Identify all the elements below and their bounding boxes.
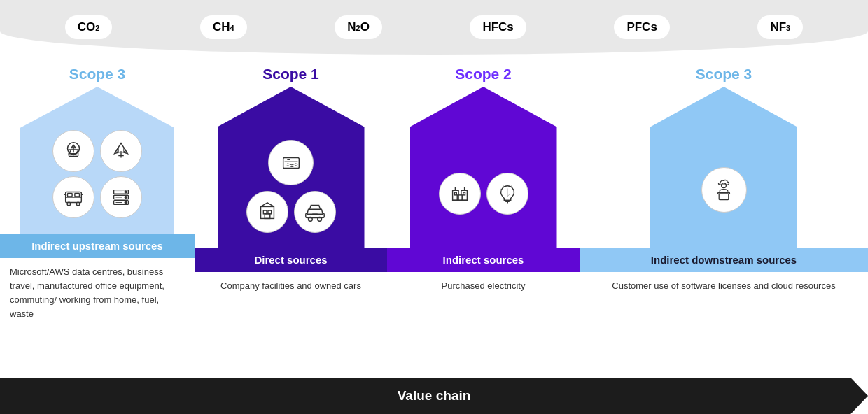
svg-rect-5 <box>68 193 73 197</box>
scope2-arrow <box>410 87 557 248</box>
car-icon <box>294 191 336 233</box>
co2-badge: CO2 <box>65 15 113 39</box>
server-icon <box>100 176 142 218</box>
svg-point-27 <box>722 183 727 187</box>
svg-rect-26 <box>457 194 463 200</box>
ch4-badge: CH4 <box>200 15 247 39</box>
scope3-left-title: Scope 3 <box>0 55 195 87</box>
cloud-computer-icon <box>701 167 747 213</box>
svg-rect-24 <box>454 192 456 195</box>
nf3-badge: NF3 <box>757 15 803 39</box>
svg-rect-18 <box>305 213 323 218</box>
scope3-right-col: Scope 3 <box>580 55 868 378</box>
scope2-desc: Purchased electricity <box>432 272 536 300</box>
hfcs-badge: HFCs <box>470 15 526 39</box>
lightbulb-icon <box>486 173 528 215</box>
scope1-arrow <box>218 87 365 248</box>
scope3-right-label: Indirect downstream sources <box>580 248 868 272</box>
scope3-left-desc: Microsoft/AWS data centres, business tra… <box>0 258 195 329</box>
scope3-right-desc: Customer use of software licenses and cl… <box>602 272 845 300</box>
bus-icon <box>52 176 94 218</box>
value-chain-banner: Value chain <box>0 378 868 414</box>
scope3-left-arrow <box>20 87 174 234</box>
scope2-col: Scope 2 <box>387 55 580 378</box>
value-chain-label: Value chain <box>398 388 471 404</box>
n2o-badge: N2O <box>335 15 382 39</box>
scope2-title: Scope 2 <box>455 55 512 87</box>
svg-rect-6 <box>75 193 80 197</box>
scope1-title: Scope 1 <box>262 55 319 87</box>
scope3-left-col: Scope 3 <box>0 55 195 378</box>
svg-rect-29 <box>719 194 729 200</box>
svg-rect-17 <box>265 214 270 219</box>
scope2-label: Indirect sources <box>387 248 580 272</box>
svg-point-10 <box>125 191 127 193</box>
scope1-desc: Company facilities and owned cars <box>211 272 371 300</box>
svg-point-12 <box>125 201 127 204</box>
scope1-col: Scope 1 <box>195 55 387 378</box>
svg-rect-25 <box>463 192 465 195</box>
building-icon <box>246 191 288 233</box>
scope3-left-label: Indirect upstream sources <box>0 234 195 258</box>
page-container: CO2 CH4 N2O HFCs PFCs NF3 Scope 3 <box>0 0 868 414</box>
clouds-area: CO2 CH4 N2O HFCs PFCs NF3 <box>0 0 868 55</box>
scope3-right-arrow <box>650 87 797 248</box>
recycle-icon <box>52 130 94 172</box>
svg-rect-14 <box>260 206 274 218</box>
main-section: Scope 3 <box>0 55 868 378</box>
ac-unit-icon <box>268 140 314 185</box>
pfcs-badge: PFCs <box>614 15 669 39</box>
scope1-label: Direct sources <box>195 248 387 272</box>
airplane-icon <box>100 130 142 172</box>
scope3-right-title: Scope 3 <box>696 55 752 87</box>
svg-point-11 <box>125 197 127 199</box>
factory-icon <box>439 173 481 215</box>
